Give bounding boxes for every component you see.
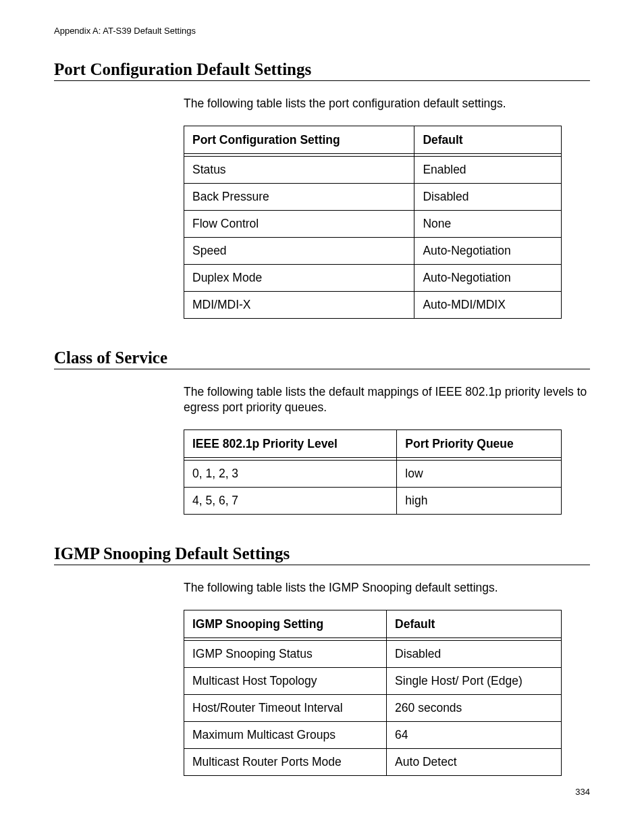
table-cell: Auto-Negotiation xyxy=(414,264,562,291)
intro-text: The following table lists the default ma… xyxy=(184,384,590,416)
table-cell: Speed xyxy=(184,237,414,264)
table-header: IEEE 802.1p Priority Level xyxy=(184,429,397,460)
table-cell: low xyxy=(397,460,562,487)
table-row: Multicast Router Ports ModeAuto Detect xyxy=(184,748,562,775)
table-row: Duplex ModeAuto-Negotiation xyxy=(184,264,562,291)
section-heading: Class of Service xyxy=(54,348,590,369)
table-row: StatusEnabled xyxy=(184,156,562,183)
table-row: Flow ControlNone xyxy=(184,210,562,237)
section-port-configuration: Port Configuration Default Settings The … xyxy=(54,60,590,319)
table-cell: 260 seconds xyxy=(387,694,562,721)
table-cell: Disabled xyxy=(414,183,562,210)
table-cell: high xyxy=(397,487,562,514)
table-header: IGMP Snooping Setting xyxy=(184,610,387,640)
table-cell: Maximum Multicast Groups xyxy=(184,721,387,748)
table-row: Multicast Host TopologySingle Host/ Port… xyxy=(184,667,562,694)
table-row: IGMP Snooping StatusDisabled xyxy=(184,640,562,667)
table-header-row: IEEE 802.1p Priority Level Port Priority… xyxy=(184,429,562,460)
table-cell: Multicast Host Topology xyxy=(184,667,387,694)
table-row: 0, 1, 2, 3low xyxy=(184,460,562,487)
running-head: Appendix A: AT-S39 Default Settings xyxy=(54,26,590,36)
table-cell: 4, 5, 6, 7 xyxy=(184,487,397,514)
table-cell: Auto Detect xyxy=(387,748,562,775)
table-cell: Duplex Mode xyxy=(184,264,414,291)
table-cell: Disabled xyxy=(387,640,562,667)
table-cell: Multicast Router Ports Mode xyxy=(184,748,387,775)
section-heading: Port Configuration Default Settings xyxy=(54,60,590,81)
table-header: Default xyxy=(387,610,562,640)
igmp-snooping-table: IGMP Snooping Setting Default IGMP Snoop… xyxy=(184,610,562,776)
table-row: 4, 5, 6, 7high xyxy=(184,487,562,514)
table-row: SpeedAuto-Negotiation xyxy=(184,237,562,264)
table-cell: Single Host/ Port (Edge) xyxy=(387,667,562,694)
table-header: Port Configuration Setting xyxy=(184,126,414,156)
table-cell: Auto-MDI/MDIX xyxy=(414,291,562,318)
table-cell: None xyxy=(414,210,562,237)
table-cell: Auto-Negotiation xyxy=(414,237,562,264)
port-configuration-table: Port Configuration Setting Default Statu… xyxy=(184,126,562,319)
table-cell: Flow Control xyxy=(184,210,414,237)
section-body: The following table lists the IGMP Snoop… xyxy=(184,580,590,776)
section-class-of-service: Class of Service The following table lis… xyxy=(54,348,590,515)
table-cell: Back Pressure xyxy=(184,183,414,210)
table-cell: Host/Router Timeout Interval xyxy=(184,694,387,721)
class-of-service-table: IEEE 802.1p Priority Level Port Priority… xyxy=(184,429,562,515)
table-header: Port Priority Queue xyxy=(397,429,562,460)
table-cell: Status xyxy=(184,156,414,183)
table-row: MDI/MDI-XAuto-MDI/MDIX xyxy=(184,291,562,318)
section-heading: IGMP Snooping Default Settings xyxy=(54,544,590,565)
table-cell: 64 xyxy=(387,721,562,748)
intro-text: The following table lists the IGMP Snoop… xyxy=(184,580,590,596)
intro-text: The following table lists the port confi… xyxy=(184,96,590,112)
table-cell: IGMP Snooping Status xyxy=(184,640,387,667)
table-row: Back PressureDisabled xyxy=(184,183,562,210)
page-number: 334 xyxy=(575,787,590,797)
section-igmp-snooping: IGMP Snooping Default Settings The follo… xyxy=(54,544,590,776)
table-row: Maximum Multicast Groups64 xyxy=(184,721,562,748)
table-cell: MDI/MDI-X xyxy=(184,291,414,318)
section-body: The following table lists the port confi… xyxy=(184,96,590,319)
table-header-row: IGMP Snooping Setting Default xyxy=(184,610,562,640)
table-header: Default xyxy=(414,126,562,156)
table-header-row: Port Configuration Setting Default xyxy=(184,126,562,156)
page: Appendix A: AT-S39 Default Settings Port… xyxy=(0,0,644,834)
table-row: Host/Router Timeout Interval260 seconds xyxy=(184,694,562,721)
table-cell: 0, 1, 2, 3 xyxy=(184,460,397,487)
table-cell: Enabled xyxy=(414,156,562,183)
section-body: The following table lists the default ma… xyxy=(184,384,590,515)
